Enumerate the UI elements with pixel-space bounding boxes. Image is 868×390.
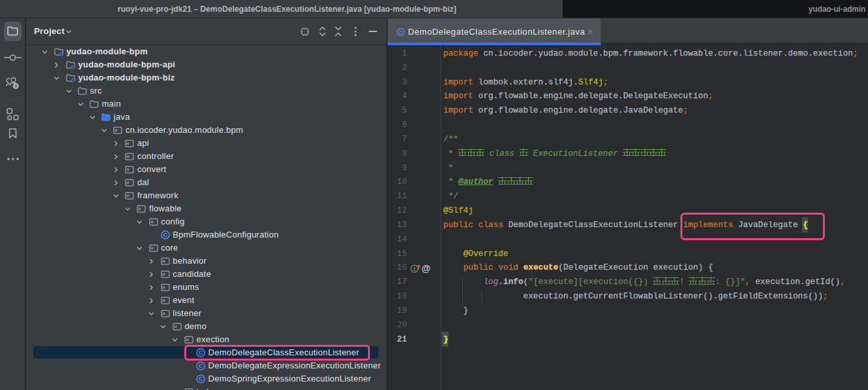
svg-text:I: I (413, 266, 416, 272)
svg-text:?: ? (14, 84, 18, 90)
svg-text:C: C (399, 29, 403, 35)
svg-text:C: C (163, 232, 167, 238)
svg-text:C: C (199, 376, 203, 382)
svg-text:C: C (199, 363, 203, 369)
